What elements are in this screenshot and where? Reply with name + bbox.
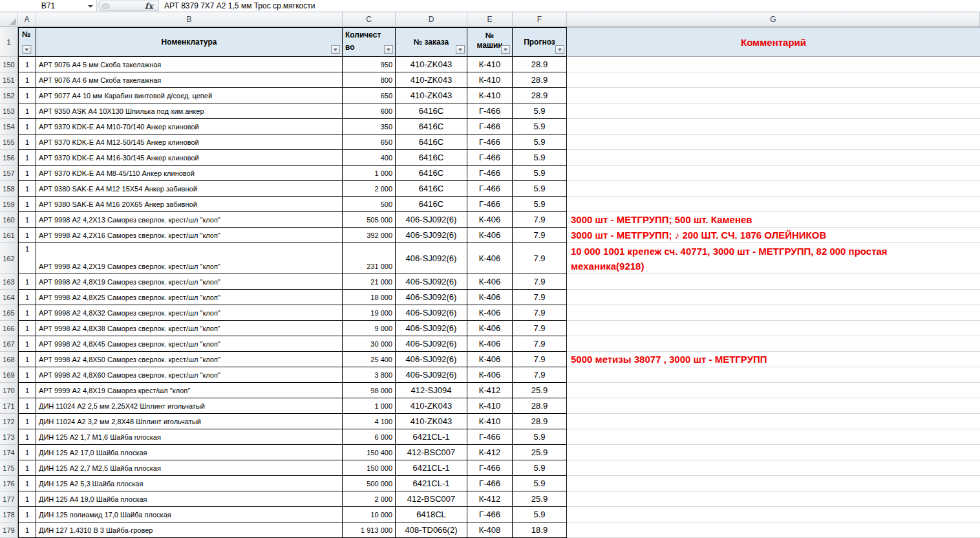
- cell-order[interactable]: 412-BSC007: [396, 445, 467, 460]
- cell-forecast[interactable]: 7.9: [513, 212, 567, 228]
- cell-nomenclature[interactable]: ДИН 125 А2 5,3 Шайба плоская: [36, 476, 343, 491]
- select-all-button[interactable]: [0, 12, 18, 27]
- cell-machine[interactable]: Г-466: [467, 507, 513, 522]
- cell-comment[interactable]: [567, 305, 980, 321]
- cell-no[interactable]: 1: [18, 367, 36, 383]
- cell-comment[interactable]: 3000 шт - МЕТГРУПП; 500 шт. Каменев: [567, 212, 980, 228]
- row-header[interactable]: 151: [0, 72, 18, 88]
- cell-machine[interactable]: Г-466: [467, 119, 513, 134]
- cell-forecast[interactable]: 5.9: [513, 507, 567, 522]
- cell-quantity[interactable]: 950: [343, 57, 396, 72]
- row-header[interactable]: 162: [0, 243, 18, 274]
- cell-machine[interactable]: К-406: [467, 274, 513, 290]
- cell-machine[interactable]: К-410: [467, 57, 513, 72]
- cell-comment[interactable]: [567, 134, 980, 150]
- column-header-f[interactable]: F: [513, 12, 567, 27]
- cell-order[interactable]: 410-ZK043: [396, 398, 467, 414]
- cell-quantity[interactable]: 392 000: [343, 228, 396, 243]
- cell-machine[interactable]: Г-466: [467, 476, 513, 491]
- cell-quantity[interactable]: 98 000: [343, 383, 396, 398]
- cell-comment[interactable]: [567, 445, 980, 460]
- cell-machine[interactable]: Г-466: [467, 460, 513, 476]
- header-cell-quantity[interactable]: Количество: [343, 27, 396, 57]
- cell-no[interactable]: 1: [18, 522, 36, 538]
- cell-comment[interactable]: [567, 491, 980, 507]
- cell-quantity[interactable]: 9 000: [343, 321, 396, 336]
- row-header[interactable]: 154: [0, 119, 18, 134]
- cell-nomenclature[interactable]: ДИН 11024 А2 3,2 мм 2,8Х48 Шплинт игольч…: [36, 414, 343, 429]
- cell-no[interactable]: 1: [18, 72, 36, 88]
- cell-forecast[interactable]: 5.9: [513, 166, 567, 181]
- cell-order[interactable]: 410-ZK043: [396, 414, 467, 429]
- cell-machine[interactable]: К-406: [467, 305, 513, 321]
- row-header[interactable]: 150: [0, 57, 18, 72]
- cell-order[interactable]: 6416C: [396, 150, 467, 166]
- filter-dropdown-icon[interactable]: [22, 45, 31, 54]
- cell-no[interactable]: 1: [18, 491, 36, 507]
- cell-quantity[interactable]: 500: [343, 197, 396, 212]
- cell-quantity[interactable]: 19 000: [343, 305, 396, 321]
- cell-no[interactable]: 1: [18, 228, 36, 243]
- cell-no[interactable]: 1: [18, 197, 36, 212]
- cell-forecast[interactable]: 25.9: [513, 445, 567, 460]
- row-header[interactable]: 175: [0, 460, 18, 476]
- cell-comment[interactable]: [567, 383, 980, 398]
- cell-quantity[interactable]: 10 000: [343, 507, 396, 522]
- cell-no[interactable]: 1: [18, 290, 36, 305]
- cell-order[interactable]: 406-SJ092(6): [396, 336, 467, 352]
- cell-forecast[interactable]: 7.9: [513, 352, 567, 367]
- cell-comment[interactable]: [567, 398, 980, 414]
- cell-quantity[interactable]: 21 000: [343, 274, 396, 290]
- cell-forecast[interactable]: 28.9: [513, 398, 567, 414]
- cell-no[interactable]: 1: [18, 212, 36, 228]
- cell-quantity[interactable]: 2 000: [343, 491, 396, 507]
- insert-function-icon[interactable]: fx: [145, 1, 153, 11]
- cell-nomenclature[interactable]: АРТ 9998 А2 4,8Х19 Саморез сверлок. крес…: [36, 274, 343, 290]
- cell-nomenclature[interactable]: АРТ 9998 А2 4,8Х45 Саморез сверлок. крес…: [36, 336, 343, 352]
- cell-forecast[interactable]: 25.9: [513, 383, 567, 398]
- row-header[interactable]: 171: [0, 398, 18, 414]
- cell-order[interactable]: 410-ZK043: [396, 57, 467, 72]
- cell-forecast[interactable]: 5.9: [513, 429, 567, 445]
- cell-machine[interactable]: К-410: [467, 414, 513, 429]
- cell-order[interactable]: 406-SJ092(6): [396, 290, 467, 305]
- cell-forecast[interactable]: 5.9: [513, 119, 567, 134]
- row-header[interactable]: 178: [0, 507, 18, 522]
- cell-forecast[interactable]: 7.9: [513, 228, 567, 243]
- cell-no[interactable]: 1: [18, 321, 36, 336]
- cell-machine[interactable]: К-406: [467, 336, 513, 352]
- cell-no[interactable]: 1: [18, 460, 36, 476]
- column-header-g[interactable]: G: [567, 12, 980, 27]
- cell-quantity[interactable]: 600: [343, 103, 396, 119]
- cell-nomenclature[interactable]: АРТ 9380 SAK-E А4 М12 15Х54 Анкер забивн…: [36, 181, 343, 197]
- cell-order[interactable]: 6416C: [396, 181, 467, 197]
- cell-order[interactable]: 6416C: [396, 103, 467, 119]
- cell-comment[interactable]: [567, 507, 980, 522]
- cell-machine[interactable]: К-406: [467, 321, 513, 336]
- row-header[interactable]: 172: [0, 414, 18, 429]
- filter-dropdown-icon[interactable]: [384, 45, 393, 54]
- cell-comment[interactable]: [567, 119, 980, 134]
- cell-nomenclature[interactable]: ДИН 125 полиамид 17,0 Шайба плоская: [36, 507, 343, 522]
- row-header[interactable]: 167: [0, 336, 18, 352]
- cell-forecast[interactable]: 5.9: [513, 476, 567, 491]
- cell-order[interactable]: 6421CL-1: [396, 429, 467, 445]
- cell-order[interactable]: 406-SJ092(6): [396, 352, 467, 367]
- cell-quantity[interactable]: 350: [343, 119, 396, 134]
- cell-forecast[interactable]: 7.9: [513, 243, 567, 274]
- cell-forecast[interactable]: 7.9: [513, 305, 567, 321]
- row-header[interactable]: 165: [0, 305, 18, 321]
- cell-order[interactable]: 406-SJ092(6): [396, 367, 467, 383]
- cell-order[interactable]: 410-ZK043: [396, 72, 467, 88]
- cell-quantity[interactable]: 2 000: [343, 181, 396, 197]
- cell-no[interactable]: 1: [18, 507, 36, 522]
- cell-comment[interactable]: [567, 72, 980, 88]
- cell-order[interactable]: 6418CL: [396, 507, 467, 522]
- row-header[interactable]: 164: [0, 290, 18, 305]
- cell-quantity[interactable]: 150 400: [343, 445, 396, 460]
- cell-no[interactable]: 1: [18, 243, 36, 274]
- cell-nomenclature[interactable]: ДИН 125 А2 1,7 М1,6 Шайба плоская: [36, 429, 343, 445]
- filter-dropdown-icon[interactable]: [555, 45, 564, 54]
- cell-comment[interactable]: [567, 150, 980, 166]
- cell-order[interactable]: 6416C: [396, 166, 467, 181]
